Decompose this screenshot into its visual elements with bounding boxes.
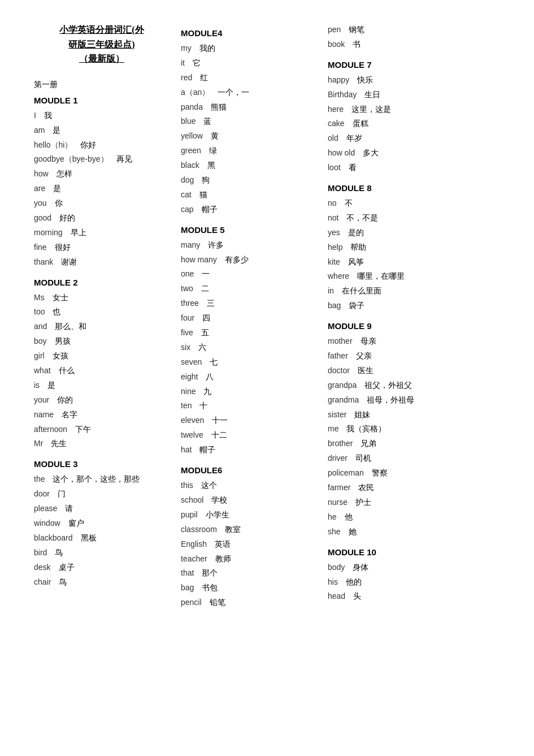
list-item: the 这个，那个，这些，那些 bbox=[34, 472, 170, 487]
list-item: his 他的 bbox=[328, 575, 475, 590]
list-item: red 红 bbox=[181, 71, 316, 85]
module-7-words: happy 快乐 Birthday 生日 here 这里，这是 cake 蛋糕 … bbox=[328, 73, 475, 175]
list-item: me 我（宾格） bbox=[328, 422, 475, 437]
module-title-2: MODULE 2 bbox=[34, 278, 170, 287]
list-item: body 身体 bbox=[328, 560, 475, 575]
list-item: six 六 bbox=[181, 340, 316, 355]
list-item: seven 七 bbox=[181, 355, 316, 370]
list-item: he 他 bbox=[328, 510, 475, 525]
column-1: 小学英语分册词汇(外 研版三年级起点) （最新版） 第一册 MOUDLE 1 I… bbox=[34, 23, 181, 610]
list-item: and 那么、和 bbox=[34, 319, 170, 334]
list-item: morning 早上 bbox=[34, 226, 170, 240]
list-item: pencil 铅笔 bbox=[181, 595, 316, 610]
module-title-5: MODULE 5 bbox=[181, 225, 316, 235]
list-item: green 绿 bbox=[181, 144, 316, 158]
module-4: MODULE4 my 我的 it 它 red 红 a（an） 一个，一 pand… bbox=[181, 28, 316, 217]
list-item: not 不，不是 bbox=[328, 211, 475, 226]
list-item: that 那个 bbox=[181, 566, 316, 581]
list-item: how 怎样 bbox=[34, 167, 170, 182]
module-2: MODULE 2 Ms 女士 too 也 and 那么、和 boy 男孩 gir… bbox=[34, 278, 170, 452]
list-item: father 父亲 bbox=[328, 349, 475, 364]
list-item: good 好的 bbox=[34, 211, 170, 226]
list-item: pen 钢笔 bbox=[328, 23, 475, 37]
list-item: am 是 bbox=[34, 123, 170, 138]
section-label: 第一册 bbox=[34, 80, 170, 90]
list-item: cat 猫 bbox=[181, 188, 316, 202]
list-item: nine 九 bbox=[181, 385, 316, 399]
list-item: happy 快乐 bbox=[328, 73, 475, 88]
list-item: cake 蛋糕 bbox=[328, 116, 475, 131]
list-item: bag 书包 bbox=[181, 581, 316, 595]
list-item: she 她 bbox=[328, 525, 475, 539]
list-item: bird 鸟 bbox=[34, 546, 170, 560]
list-item: girl 女孩 bbox=[34, 349, 170, 364]
module-5: MODULE 5 many 许多 how many 有多少 one 一 two … bbox=[181, 225, 316, 457]
list-item: book 书 bbox=[328, 37, 475, 52]
list-item: name 名字 bbox=[34, 408, 170, 422]
module-6-cont-words: pen 钢笔 book 书 bbox=[328, 23, 475, 52]
list-item: I 我 bbox=[34, 109, 170, 123]
list-item: yes 是的 bbox=[328, 226, 475, 240]
list-item: brother 兄弟 bbox=[328, 437, 475, 451]
list-item: black 黑 bbox=[181, 158, 316, 173]
list-item: desk 桌子 bbox=[34, 560, 170, 575]
list-item: fine 很好 bbox=[34, 240, 170, 255]
list-item: mother 母亲 bbox=[328, 334, 475, 349]
list-item: many 许多 bbox=[181, 238, 316, 253]
module-3: MODULE 3 the 这个，那个，这些，那些 door 门 please 请… bbox=[34, 459, 170, 589]
list-item: one 一 bbox=[181, 267, 316, 282]
list-item: four 四 bbox=[181, 311, 316, 326]
module-7: MODULE 7 happy 快乐 Birthday 生日 here 这里，这是… bbox=[328, 60, 475, 175]
list-item: old 年岁 bbox=[328, 131, 475, 146]
list-item: window 窗户 bbox=[34, 516, 170, 531]
module-2-words: Ms 女士 too 也 and 那么、和 boy 男孩 girl 女孩 what… bbox=[34, 291, 170, 452]
module-5-words: many 许多 how many 有多少 one 一 two 二 three 三… bbox=[181, 238, 316, 457]
module-3-words: the 这个，那个，这些，那些 door 门 please 请 window 窗… bbox=[34, 472, 170, 589]
list-item: Birthday 生日 bbox=[328, 88, 475, 102]
list-item: my 我的 bbox=[181, 41, 316, 56]
list-item: panda 熊猫 bbox=[181, 100, 316, 115]
list-item: how old 多大 bbox=[328, 146, 475, 161]
module-4-words: my 我的 it 它 red 红 a（an） 一个，一 panda 熊猫 blu… bbox=[181, 41, 316, 217]
page-title: 小学英语分册词汇(外 研版三年级起点) （最新版） bbox=[34, 23, 170, 66]
list-item: eight 八 bbox=[181, 370, 316, 385]
list-item: boy 男孩 bbox=[34, 334, 170, 349]
list-item: in 在什么里面 bbox=[328, 284, 475, 299]
module-8-words: no 不 not 不，不是 yes 是的 help 帮助 kite 风筝 whe… bbox=[328, 196, 475, 313]
list-item: this 这个 bbox=[181, 478, 316, 493]
list-item: bag 袋子 bbox=[328, 299, 475, 313]
list-item: three 三 bbox=[181, 296, 316, 311]
module-8: MODULE 8 no 不 not 不，不是 yes 是的 help 帮助 ki… bbox=[328, 183, 475, 313]
list-item: Mr 先生 bbox=[34, 437, 170, 451]
module-title-6: MODULE6 bbox=[181, 465, 316, 475]
list-item: Ms 女士 bbox=[34, 291, 170, 305]
module-moudle1-words: I 我 am 是 hello（hi） 你好 goodbye（bye-bye） 再… bbox=[34, 109, 170, 270]
list-item: here 这里，这是 bbox=[328, 102, 475, 117]
list-item: five 五 bbox=[181, 326, 316, 340]
list-item: two 二 bbox=[181, 282, 316, 296]
list-item: you 你 bbox=[34, 196, 170, 211]
list-item: blue 蓝 bbox=[181, 114, 316, 129]
list-item: eleven 十一 bbox=[181, 413, 316, 428]
module-6: MODULE6 this 这个 school 学校 pupil 小学生 clas… bbox=[181, 465, 316, 610]
list-item: how many 有多少 bbox=[181, 253, 316, 267]
list-item: are 是 bbox=[34, 182, 170, 196]
list-item: no 不 bbox=[328, 196, 475, 211]
module-9: MODULE 9 mother 母亲 father 父亲 doctor 医生 g… bbox=[328, 321, 475, 539]
module-title-3: MODULE 3 bbox=[34, 459, 170, 469]
list-item: where 哪里，在哪里 bbox=[328, 269, 475, 284]
list-item: driver 司机 bbox=[328, 451, 475, 466]
list-item: a（an） 一个，一 bbox=[181, 85, 316, 100]
list-item: loot 看 bbox=[328, 161, 475, 175]
module-9-words: mother 母亲 father 父亲 doctor 医生 grandpa 祖父… bbox=[328, 334, 475, 539]
list-item: grandma 祖母，外祖母 bbox=[328, 393, 475, 408]
list-item: pupil 小学生 bbox=[181, 508, 316, 522]
list-item: farmer 农民 bbox=[328, 481, 475, 495]
module-title-moudle1: MOUDLE 1 bbox=[34, 96, 170, 105]
list-item: classroom 教室 bbox=[181, 522, 316, 537]
list-item: ten 十 bbox=[181, 399, 316, 413]
module-title-4: MODULE4 bbox=[181, 28, 316, 38]
column-3: pen 钢笔 book 书 MODULE 7 happy 快乐 Birthday… bbox=[328, 23, 475, 610]
list-item: sister 姐妹 bbox=[328, 408, 475, 422]
list-item: grandpa 祖父，外祖父 bbox=[328, 378, 475, 393]
